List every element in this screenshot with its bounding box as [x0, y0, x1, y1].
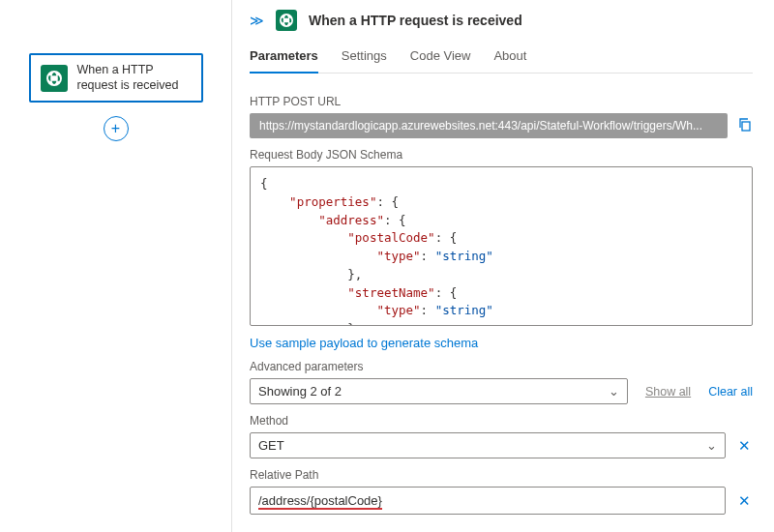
relative-path-input[interactable]: /address/{postalCode}: [250, 487, 726, 515]
panel-title: When a HTTP request is received: [309, 13, 522, 28]
tab-bar: Parameters Settings Code View About: [250, 41, 753, 74]
method-select[interactable]: GET ⌄: [250, 432, 726, 458]
schema-label: Request Body JSON Schema: [250, 148, 753, 162]
chevron-down-icon: ⌄: [609, 384, 619, 399]
add-action-button[interactable]: +: [104, 116, 129, 141]
collapse-panel-icon[interactable]: ≫: [250, 13, 264, 28]
clear-all-link[interactable]: Clear all: [708, 385, 753, 399]
trigger-card-label: When a HTTP request is received: [77, 63, 192, 93]
http-post-url-label: HTTP POST URL: [250, 95, 753, 108]
http-request-icon: [41, 65, 68, 92]
remove-method-button[interactable]: ✕: [735, 437, 753, 455]
http-post-url-value: https://mystandardlogicapp.azurewebsites…: [250, 113, 728, 138]
tab-code-view[interactable]: Code View: [410, 41, 471, 73]
trigger-card[interactable]: When a HTTP request is received: [29, 53, 203, 103]
copy-url-icon[interactable]: [737, 117, 753, 135]
advanced-params-value: Showing 2 of 2: [258, 384, 342, 399]
tab-parameters[interactable]: Parameters: [250, 41, 318, 74]
trigger-config-panel: ≫ When a HTTP request is received Parame…: [232, 0, 774, 532]
method-label: Method: [250, 414, 753, 428]
relative-path-label: Relative Path: [250, 468, 753, 482]
tab-settings[interactable]: Settings: [342, 41, 387, 73]
chevron-down-icon: ⌄: [706, 438, 717, 453]
remove-relpath-button[interactable]: ✕: [735, 492, 753, 510]
workflow-canvas: When a HTTP request is received +: [0, 0, 232, 532]
advanced-params-select[interactable]: Showing 2 of 2 ⌄: [250, 378, 628, 404]
advanced-params-label: Advanced parameters: [250, 360, 753, 373]
http-request-icon: [276, 10, 297, 31]
tab-about[interactable]: About: [493, 41, 526, 73]
sample-payload-link[interactable]: Use sample payload to generate schema: [250, 336, 753, 350]
schema-editor[interactable]: { "properties": { "address": { "postalCo…: [250, 166, 753, 326]
svg-rect-0: [742, 122, 750, 131]
show-all-link[interactable]: Show all: [645, 385, 691, 399]
method-value: GET: [258, 438, 284, 453]
